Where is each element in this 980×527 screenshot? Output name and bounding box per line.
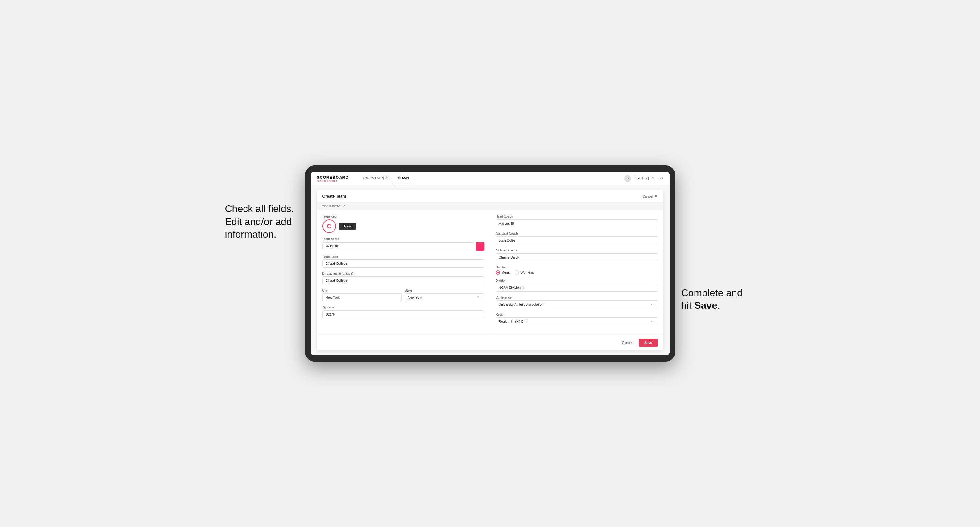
gender-womens-option[interactable]: Womens	[514, 270, 534, 275]
navbar: SCOREBOARD Powered by clippd TOURNAMENTS…	[311, 171, 670, 185]
form-footer: Cancel Save	[317, 335, 663, 351]
nav-tournaments[interactable]: TOURNAMENTS	[358, 171, 393, 185]
nav-teams[interactable]: TEAMS	[393, 171, 414, 185]
state-select[interactable]: New York	[405, 294, 484, 302]
conference-group: Conference University Athletic Associati…	[496, 296, 658, 308]
city-state-group: City State New York	[323, 289, 484, 302]
gender-mens-radio[interactable]	[496, 270, 500, 275]
team-logo-group: Team logo C Upload	[323, 215, 484, 233]
conference-dropdown-controls: ✕ ⌄	[651, 303, 656, 306]
athletic-director-label: Athletic Director	[496, 249, 658, 252]
form-left: Team logo C Upload Team colour	[317, 210, 490, 335]
display-name-group: Display name (unique)	[323, 272, 484, 284]
team-colour-label: Team colour	[323, 237, 484, 241]
conference-dropdown-wrap: University Athletic Association ✕ ⌄	[496, 300, 658, 308]
division-group: Division NCAA Division III ⌄	[496, 279, 658, 292]
zip-group: Zip code	[323, 306, 484, 318]
form-panel: Create Team Cancel ✕ TEAM DETAILS	[317, 190, 663, 351]
colour-input-wrap	[323, 242, 484, 251]
form-right: Head Coach Assistant Coach Athletic Dire…	[490, 210, 663, 335]
gender-womens-radio[interactable]	[514, 270, 519, 275]
logo-sub: Powered by clippd	[317, 180, 349, 182]
state-label: State	[405, 289, 484, 292]
form-title: Create Team	[323, 194, 346, 198]
team-name-group: Team name	[323, 255, 484, 268]
conference-label: Conference	[496, 296, 658, 299]
logo-area: SCOREBOARD Powered by clippd	[317, 175, 349, 182]
region-dropdown-controls: ✕ ⌄	[651, 320, 656, 323]
division-dropdown-controls: ⌄	[654, 286, 656, 289]
sign-out[interactable]: Sign out	[652, 176, 663, 180]
colour-swatch[interactable]	[476, 242, 484, 251]
form-cancel-button[interactable]: Cancel ✕	[643, 194, 657, 198]
tablet-screen: SCOREBOARD Powered by clippd TOURNAMENTS…	[311, 171, 670, 356]
footer-cancel-button[interactable]: Cancel	[619, 339, 636, 346]
region-clear-icon[interactable]: ✕	[651, 320, 653, 323]
logo-upload-area: C Upload	[323, 219, 484, 233]
athletic-director-group: Athletic Director	[496, 249, 658, 261]
city-group: City	[323, 289, 402, 302]
head-coach-label: Head Coach	[496, 215, 658, 218]
gender-radio-group: Mens Womens	[496, 270, 658, 275]
team-colour-group: Team colour	[323, 237, 484, 251]
assistant-coach-group: Assistant Coach	[496, 232, 658, 244]
nav-links: TOURNAMENTS TEAMS	[358, 171, 624, 185]
team-name-input[interactable]	[323, 259, 484, 268]
close-icon: ✕	[654, 194, 658, 198]
zip-label: Zip code	[323, 306, 484, 309]
city-state-row: City State New York	[323, 289, 484, 302]
head-coach-input[interactable]	[496, 219, 658, 227]
division-chevron-icon: ⌄	[654, 286, 656, 289]
region-chevron-icon: ⌄	[654, 320, 656, 323]
main-content: Create Team Cancel ✕ TEAM DETAILS	[311, 185, 670, 356]
region-label: Region	[496, 313, 658, 316]
state-group: State New York ✕ ⌄	[405, 289, 484, 302]
form-header: Create Team Cancel ✕	[317, 190, 663, 203]
annotation-right: Complete and hit Save.	[681, 287, 761, 312]
zip-input[interactable]	[323, 310, 484, 318]
region-select[interactable]: Region II - (M) DIII	[496, 317, 658, 325]
state-select-wrap: New York ✕ ⌄	[405, 294, 484, 302]
form-body: Team logo C Upload Team colour	[317, 210, 663, 335]
conference-clear-icon[interactable]: ✕	[651, 303, 653, 306]
annotation-left: Check all fields. Edit and/or add inform…	[225, 203, 299, 241]
head-coach-group: Head Coach	[496, 215, 658, 227]
upload-button[interactable]: Upload	[339, 223, 356, 230]
division-dropdown-wrap: NCAA Division III ⌄	[496, 284, 658, 292]
logo-title: SCOREBOARD	[317, 175, 349, 180]
user-avatar: U	[624, 175, 631, 182]
region-group: Region Region II - (M) DIII ✕ ⌄	[496, 313, 658, 325]
colour-text-input[interactable]	[323, 242, 474, 250]
region-dropdown-wrap: Region II - (M) DIII ✕ ⌄	[496, 317, 658, 325]
state-clear-icon[interactable]: ✕	[477, 296, 479, 299]
team-logo-label: Team logo	[323, 215, 484, 218]
assistant-coach-input[interactable]	[496, 237, 658, 244]
division-select[interactable]: NCAA Division III	[496, 284, 658, 292]
logo-circle: C	[323, 219, 336, 233]
gender-label: Gender	[496, 266, 658, 269]
city-label: City	[323, 289, 402, 292]
section-header: TEAM DETAILS	[317, 203, 663, 210]
division-label: Division	[496, 279, 658, 282]
tablet-frame: SCOREBOARD Powered by clippd TOURNAMENTS…	[305, 165, 675, 362]
gender-mens-option[interactable]: Mens	[496, 270, 510, 275]
display-name-label: Display name (unique)	[323, 272, 484, 275]
user-info: Test User |	[634, 176, 649, 180]
display-name-input[interactable]	[323, 276, 484, 284]
nav-right: U Test User | Sign out	[624, 175, 663, 182]
conference-chevron-icon: ⌄	[654, 303, 656, 306]
athletic-director-input[interactable]	[496, 253, 658, 261]
city-input[interactable]	[323, 294, 402, 302]
assistant-coach-label: Assistant Coach	[496, 232, 658, 235]
team-name-label: Team name	[323, 255, 484, 258]
gender-group: Gender Mens Womens	[496, 266, 658, 275]
footer-save-button[interactable]: Save	[639, 339, 658, 347]
conference-select[interactable]: University Athletic Association	[496, 300, 658, 308]
